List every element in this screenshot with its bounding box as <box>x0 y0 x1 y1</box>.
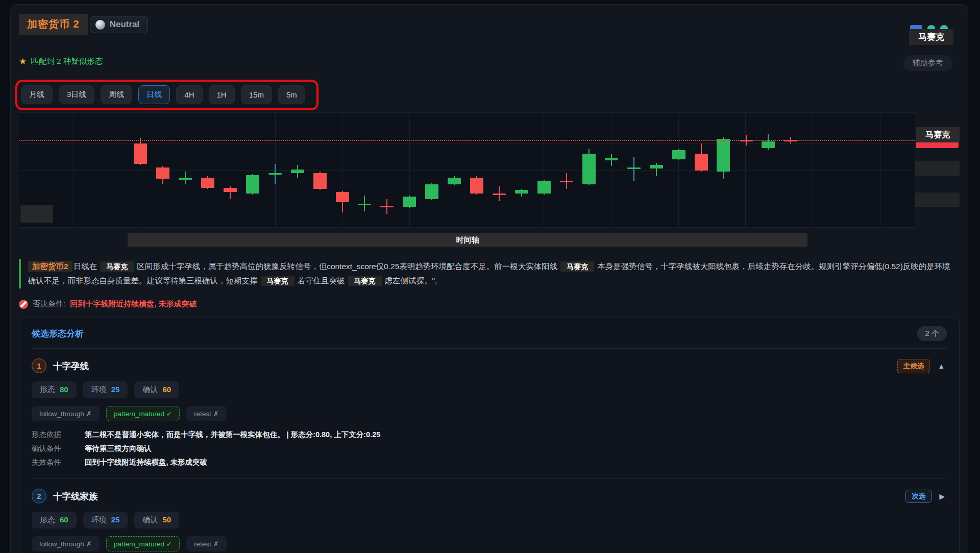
pattern-1-tags: follow_through ✗pattern_matured ✓retest … <box>32 406 947 421</box>
candle <box>672 150 685 159</box>
tag-follow_through: follow_through ✗ <box>32 536 100 551</box>
timeframe-buttons: 月线3日线周线日线4H1H15m5m <box>21 85 305 104</box>
timeframe-button-4H[interactable]: 4H <box>176 85 202 104</box>
mosaic-inline-chip: 马赛克 <box>348 276 382 286</box>
mosaic-price-label: 马赛克 <box>916 127 960 142</box>
analysis-summary: 加密货币2日线在马赛克区间形成十字孕线，属于趋势高位的犹豫反转信号，但conte… <box>19 259 960 288</box>
candle <box>425 184 438 199</box>
masked-axis-value <box>915 161 960 176</box>
candle <box>179 178 192 180</box>
score-pill-确认: 确认50 <box>134 512 179 528</box>
veto-label: 否决条件: <box>33 299 65 309</box>
expand-caret-icon[interactable]: ▶ <box>939 492 945 500</box>
candle <box>605 158 618 160</box>
timeframe-button-3日线[interactable]: 3日线 <box>59 85 94 104</box>
candle <box>380 206 394 207</box>
summary-text-segment: 虑左侧试探。", <box>385 276 437 285</box>
pattern-2-scores: 形态60环境25确认50 <box>32 512 947 528</box>
main-panel: 加密货币 2 Neutral 马赛克 ★ 匹配到 2 种疑似形态 辅助参考 月线… <box>10 4 968 553</box>
veto-text: 回到十字线附近持续横盘, 未形成突破 <box>70 299 197 309</box>
mosaic-inline-chip: 马赛克 <box>100 261 134 272</box>
candle <box>156 167 169 179</box>
candle <box>403 197 416 207</box>
gridline <box>19 143 915 144</box>
timeframe-button-1H[interactable]: 1H <box>209 85 235 104</box>
candle-wick <box>633 157 634 181</box>
timeframe-button-日线[interactable]: 日线 <box>138 85 170 104</box>
candle <box>537 181 551 193</box>
analysis-summary-text: 加密货币2日线在马赛克区间形成十字孕线，属于趋势高位的犹豫反转信号，但conte… <box>28 262 950 285</box>
pattern-1-header: 1 十字孕线 主候选 ▲ <box>32 358 947 373</box>
candle <box>582 154 596 184</box>
summary-text-segment: 若守住且突破 <box>298 276 345 285</box>
resistance-line <box>19 140 915 141</box>
timeframe-button-周线[interactable]: 周线 <box>101 85 132 104</box>
candle <box>560 181 573 182</box>
detail-row-失效条件: 失效条件回到十字线附近持续横盘, 未形成突破 <box>32 458 947 467</box>
score-pill-环境: 环境25 <box>83 512 128 528</box>
tag-pattern_matured: pattern_matured ✓ <box>106 536 180 551</box>
collapse-caret-icon[interactable]: ▲ <box>938 362 945 370</box>
gridline <box>19 170 915 171</box>
candle <box>470 178 483 194</box>
candidates-header: 候选形态分析 2 个 <box>32 326 947 349</box>
candle <box>246 175 259 194</box>
candle <box>717 139 730 172</box>
candle <box>627 167 641 169</box>
masked-toolbar: 马赛克 <box>909 29 953 45</box>
sentiment-label: Neutral <box>110 19 140 30</box>
tag-pattern_matured: pattern_matured ✓ <box>106 406 180 421</box>
candle <box>336 192 349 202</box>
score-pill-形态: 形态80 <box>32 381 77 398</box>
chart-area: 马赛克 <box>19 112 960 228</box>
summary-text-segment: 日线在 <box>74 262 97 271</box>
candle <box>650 165 663 169</box>
time-axis-row: 时间轴 <box>19 233 960 247</box>
no-entry-icon <box>19 300 28 309</box>
pattern-1-scores: 形态80环境25确认60 <box>32 381 947 398</box>
timeframe-button-月线[interactable]: 月线 <box>21 85 53 104</box>
candidates-title: 候选形态分析 <box>32 328 84 340</box>
candle <box>762 141 775 148</box>
candle <box>515 190 528 194</box>
detail-row-形态依据: 形态依据第二根不是普通小实体，而是十字线，并被第一根实体包住。 | 形态分:0.… <box>32 430 947 440</box>
mosaic-overlay-label: 马赛克 <box>909 29 953 45</box>
timeframe-button-15m[interactable]: 15m <box>241 85 272 104</box>
pattern-2-header: 2 十字线家族 次选 ▶ <box>32 489 947 503</box>
candle <box>493 194 506 195</box>
aux-reference-badge[interactable]: 辅助参考 <box>903 55 952 71</box>
candidates-card: 候选形态分析 2 个 1 十字孕线 主候选 ▲ 形态80环境25确认60 fol… <box>19 318 960 553</box>
sentiment-badge[interactable]: Neutral <box>90 16 149 33</box>
detail-row-确认条件: 确认条件等待第三根方向确认 <box>32 444 947 453</box>
gridline <box>19 201 915 201</box>
candidates-count-badge: 2 个 <box>917 326 947 341</box>
pattern-2-index: 2 <box>32 489 46 503</box>
timeframe-button-5m[interactable]: 5m <box>278 85 305 104</box>
score-pill-环境: 环境25 <box>83 381 128 398</box>
timeframe-bar: 月线3日线周线日线4H1H15m5m <box>19 85 307 104</box>
candle <box>313 173 327 189</box>
candle <box>201 178 214 188</box>
tag-follow_through: follow_through ✗ <box>32 406 100 421</box>
candle <box>358 204 371 205</box>
candle <box>268 173 282 175</box>
star-icon: ★ <box>19 56 27 67</box>
match-note: 匹配到 2 种疑似形态 <box>31 56 103 67</box>
candle <box>134 143 147 164</box>
pattern-2-tags: follow_through ✗pattern_matured ✓retest … <box>32 536 947 551</box>
mosaic-inline-chip: 马赛克 <box>560 261 594 272</box>
candlestick-plot[interactable] <box>19 112 915 228</box>
pattern-card-2[interactable]: 2 十字线家族 次选 ▶ 形态60环境25确认50 follow_through… <box>32 478 947 553</box>
tag-retest: retest ✗ <box>186 406 227 421</box>
candle <box>695 154 708 171</box>
match-row: ★ 匹配到 2 种疑似形态 辅助参考 <box>19 52 960 71</box>
time-axis-bar: 时间轴 <box>128 233 807 247</box>
score-pill-形态: 形态60 <box>32 512 77 528</box>
mosaic-inline-chip: 马赛克 <box>261 276 295 286</box>
pattern-2-name: 十字线家族 <box>53 490 98 502</box>
pattern-card-1[interactable]: 1 十字孕线 主候选 ▲ 形态80环境25确认60 follow_through… <box>32 349 947 478</box>
secondary-candidate-badge: 次选 <box>905 490 932 503</box>
sentiment-sphere-icon <box>95 20 105 30</box>
candle <box>291 170 304 173</box>
masked-chart-label <box>20 205 53 223</box>
